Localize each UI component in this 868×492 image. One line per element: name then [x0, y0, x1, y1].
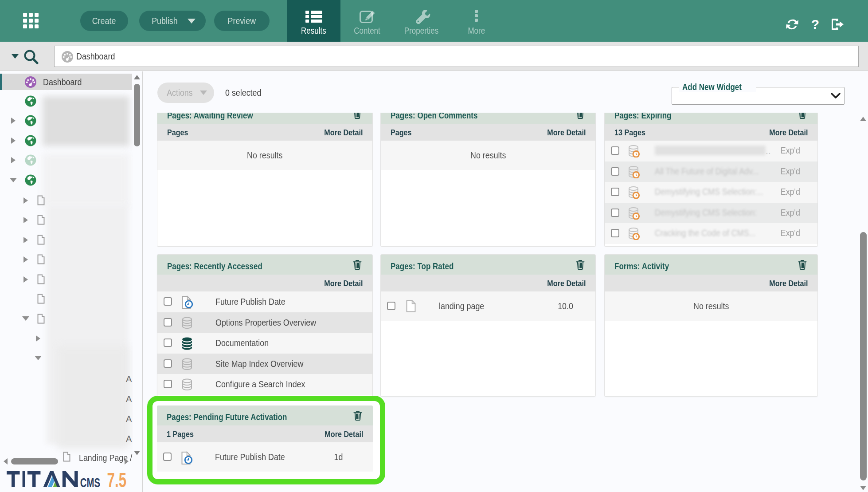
svg-text:7.5: 7.5 [107, 471, 127, 488]
svg-text:CMS: CMS [80, 475, 100, 488]
